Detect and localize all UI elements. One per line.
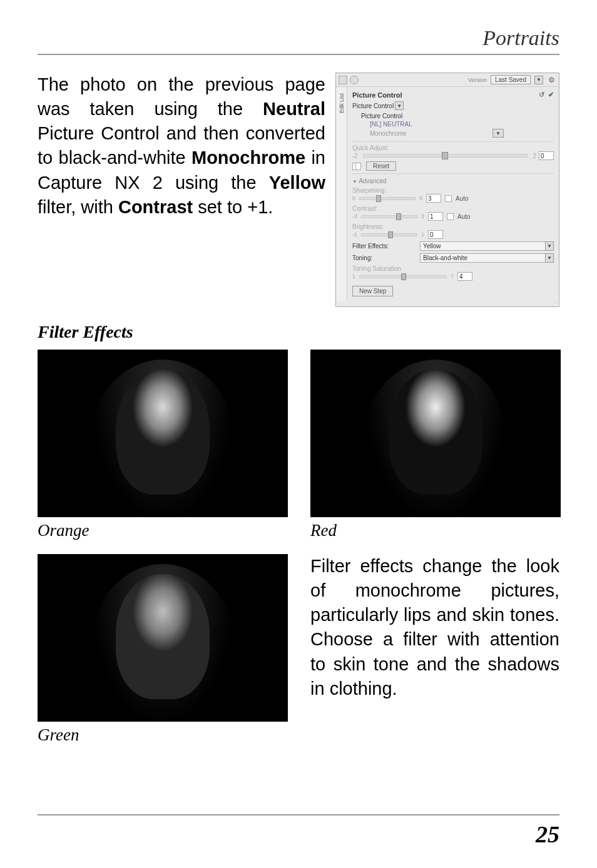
brightness-param: Brightness: -1 1 — [352, 223, 554, 239]
sharpening-input[interactable] — [426, 194, 441, 203]
green-caption: Green — [38, 725, 288, 745]
intro-b1: Neutral — [263, 99, 325, 119]
toning-sat-input[interactable] — [457, 272, 472, 281]
red-col: Red — [310, 350, 561, 540]
quick-adjust-input[interactable] — [539, 151, 554, 160]
picture-control-dropdown[interactable]: Picture Control ▼ — [352, 101, 554, 110]
filter-effects-label: Filter Effects: — [352, 243, 415, 250]
red-photo — [310, 350, 561, 517]
reset-button[interactable]: Reset — [366, 161, 396, 171]
intro-b5: Yellow — [269, 173, 325, 193]
quick-adjust-label: Quick Adjust: — [352, 144, 554, 151]
green-col: Green — [38, 554, 288, 745]
chevron-down-icon[interactable]: ▼ — [395, 101, 404, 110]
resize-grip-icon[interactable]: ⋰ — [336, 301, 559, 306]
panel-body: Edit List Picture Control ↺ ✔ Picture Co… — [336, 87, 559, 301]
intro-b7: Contrast — [118, 197, 193, 217]
panel-title-icons: ↺ ✔ — [539, 91, 554, 99]
footer: 25 — [38, 814, 559, 848]
panel-subtitle: Picture Control — [361, 113, 554, 119]
filter-effects-row: Filter Effects: Yellow ▼ — [352, 241, 554, 251]
intro-t8: set to +1. — [193, 197, 273, 217]
red-caption: Red — [310, 521, 561, 540]
photo-row-1: Orange Red — [38, 350, 559, 540]
toning-sat-label: Toning Saturation — [352, 265, 554, 272]
mode-label: Monochrome — [370, 130, 406, 137]
orange-photo — [38, 350, 288, 517]
brightness-label: Brightness: — [352, 223, 554, 230]
mode-row: Monochrome ▼ — [370, 129, 554, 138]
mode-dropdown-icon[interactable]: ▼ — [492, 129, 504, 138]
advanced-label[interactable]: Advanced — [352, 178, 554, 184]
contrast-max: 3 — [421, 213, 424, 220]
preset-name: [NL] NEUTRAL — [370, 121, 554, 128]
contrast-param: Contrast: -3 3 Auto — [352, 205, 554, 221]
panel-sun-icon[interactable] — [350, 76, 359, 84]
toning-row: Toning: Black-and-white ▼ — [352, 253, 554, 263]
gear-icon[interactable]: ⚙ — [548, 76, 555, 84]
sharpening-label: Sharpening: — [352, 187, 554, 194]
sharpening-min: 0 — [352, 195, 355, 201]
apply-icon[interactable]: ✔ — [548, 91, 554, 99]
sharpening-max: 9 — [419, 195, 422, 201]
grid-icon[interactable] — [352, 163, 361, 170]
quick-adjust-slider[interactable] — [363, 154, 528, 158]
panel-main: Picture Control ↺ ✔ Picture Control ▼ Pi… — [347, 87, 559, 301]
contrast-label: Contrast: — [352, 205, 554, 212]
toning-value: Black-and-white — [420, 253, 545, 263]
contrast-slider[interactable] — [361, 215, 417, 218]
page: Portraits The photo on the previous page… — [0, 0, 597, 868]
side-tab-label: Edit List — [339, 93, 345, 113]
panel-collapse-icon[interactable] — [339, 76, 347, 84]
quick-adjust-row: -2 2 — [352, 151, 554, 160]
sharpening-auto-checkbox[interactable] — [445, 195, 452, 202]
new-step-button[interactable]: New Step — [352, 286, 393, 296]
version-dropdown-icon[interactable]: ▼ — [534, 76, 543, 84]
toning-saturation-param: Toning Saturation 1 7 — [352, 265, 554, 281]
toning-select[interactable]: Black-and-white ▼ — [420, 253, 554, 263]
toning-sat-slider[interactable] — [359, 275, 447, 278]
toning-label: Toning: — [352, 255, 415, 261]
green-photo — [38, 554, 288, 722]
brightness-slider[interactable] — [361, 233, 417, 236]
orange-col: Orange — [38, 350, 288, 540]
toning-sat-min: 1 — [352, 273, 355, 280]
separator-1 — [352, 141, 554, 142]
photo-row-2: Green Filter effects change the look of … — [38, 554, 559, 745]
contrast-min: -3 — [352, 213, 357, 220]
panel: Version Last Saved ▼ ⚙ Edit List Picture… — [335, 73, 559, 307]
footer-rule — [38, 814, 559, 815]
undo-icon[interactable]: ↺ — [539, 91, 544, 99]
filter-effects-value: Yellow — [420, 241, 545, 251]
filter-effects-dd-icon[interactable]: ▼ — [545, 241, 554, 251]
panel-title: Picture Control — [352, 91, 402, 99]
sharpening-param: Sharpening: 0 9 Auto — [352, 187, 554, 203]
top-row: The photo on the previous page was taken… — [38, 73, 559, 307]
version-label: Version — [468, 77, 487, 83]
side-tab[interactable]: Edit List — [336, 87, 347, 301]
toning-dd-icon[interactable]: ▼ — [545, 253, 554, 263]
filter-effects-description: Filter effects change the look of monoch… — [310, 554, 559, 745]
brightness-min: -1 — [352, 231, 357, 238]
toning-sat-max: 7 — [451, 273, 454, 280]
last-saved-button[interactable]: Last Saved — [491, 75, 531, 84]
page-number: 25 — [38, 820, 559, 848]
filter-effects-heading: Filter Effects — [38, 322, 559, 342]
sharpening-auto-label: Auto — [456, 195, 469, 202]
orange-caption: Orange — [38, 521, 288, 540]
contrast-auto-checkbox[interactable] — [447, 213, 454, 220]
reset-row: Reset — [352, 161, 554, 171]
intro-t6: filter, with — [38, 197, 118, 217]
brightness-max: 1 — [421, 231, 424, 238]
contrast-auto-label: Auto — [457, 213, 471, 220]
brightness-input[interactable] — [428, 230, 443, 239]
picture-control-panel: Version Last Saved ▼ ⚙ Edit List Picture… — [335, 73, 559, 307]
header-rule — [38, 54, 559, 55]
sharpening-slider[interactable] — [359, 197, 416, 200]
contrast-input[interactable] — [428, 212, 443, 221]
panel-title-row: Picture Control ↺ ✔ — [352, 91, 554, 99]
intro-b3: Monochrome — [191, 148, 305, 168]
filter-effects-select[interactable]: Yellow ▼ — [420, 241, 554, 251]
panel-toolbar: Version Last Saved ▼ ⚙ — [336, 73, 559, 87]
section-title: Portraits — [38, 26, 559, 50]
